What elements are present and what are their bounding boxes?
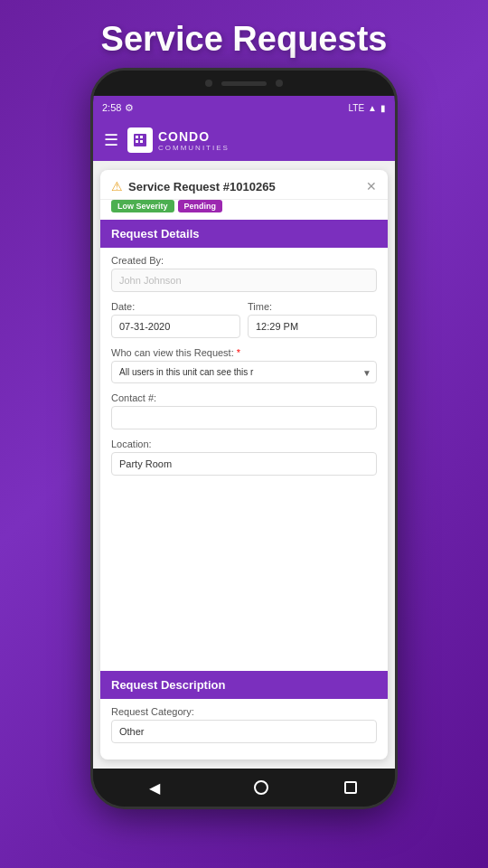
phone-screen: ⚠ Service Request #1010265 ✕ Low Severit… (93, 161, 395, 769)
svg-rect-1 (136, 136, 138, 138)
view-select-wrapper: All users in this unit can see this r On… (111, 361, 377, 383)
modal-title-area: ⚠ Service Request #1010265 (111, 179, 276, 193)
front-camera (205, 80, 212, 87)
home-circle-icon[interactable] (254, 780, 268, 795)
speaker (221, 81, 267, 86)
status-bar: 2:58 ⚙ LTE ▲ ▮ (93, 96, 395, 119)
created-by-label: Created By: (111, 255, 377, 266)
phone-frame: 2:58 ⚙ LTE ▲ ▮ ☰ CONDO COMMUNITI (90, 68, 398, 809)
date-label: Date: (111, 301, 240, 312)
app-name: CONDO (158, 129, 230, 144)
contact-group: Contact #: (111, 392, 377, 429)
contact-input[interactable] (111, 406, 377, 429)
location-label: Location: (111, 439, 377, 449)
view-request-group: Who can view this Request: * All users i… (111, 347, 377, 383)
low-severity-badge: Low Severity (111, 200, 174, 212)
category-label: Request Category: (111, 706, 377, 717)
logo-area: CONDO COMMUNITIES (127, 127, 230, 153)
created-by-group: Created By: (111, 255, 377, 292)
recent-square-icon[interactable] (344, 781, 357, 794)
app-header: ☰ CONDO COMMUNITIES (93, 119, 395, 161)
svg-rect-2 (140, 136, 143, 138)
app-sub: COMMUNITIES (158, 144, 230, 152)
location-input[interactable] (111, 452, 377, 476)
contact-label: Contact #: (111, 392, 377, 403)
phone-notch (93, 71, 395, 96)
back-arrow-icon[interactable]: ◀ (131, 774, 178, 802)
request-description-form: Request Category: (100, 699, 388, 760)
time-label: Time: (248, 301, 377, 312)
request-description-section-header: Request Description (100, 671, 388, 699)
request-details-form: Created By: Date: Time: (100, 248, 388, 667)
page-title-area: Service Requests (101, 0, 388, 68)
svg-rect-4 (140, 140, 143, 143)
modal-header: ⚠ Service Request #1010265 ✕ (100, 170, 388, 200)
front-sensor (276, 80, 283, 87)
request-details-section-header: Request Details (100, 220, 388, 248)
created-by-input[interactable] (111, 269, 377, 292)
category-group: Request Category: (111, 706, 377, 743)
status-time: 2:58 (102, 102, 121, 113)
date-time-row: Date: Time: (111, 301, 377, 347)
category-input[interactable] (111, 720, 377, 743)
warning-icon: ⚠ (111, 179, 123, 193)
signal-icon: ▲ (368, 103, 377, 113)
date-group: Date: (111, 301, 240, 338)
time-group: Time: (248, 301, 377, 338)
modal-title: Service Request #1010265 (128, 180, 276, 193)
building-icon (127, 127, 153, 153)
pending-badge: Pending (178, 200, 223, 212)
date-input[interactable] (111, 315, 240, 338)
view-request-label: Who can view this Request: * (111, 347, 377, 358)
network-type: LTE (348, 103, 364, 113)
svg-rect-3 (136, 140, 138, 143)
time-input[interactable] (248, 315, 377, 338)
bottom-nav: ◀ (93, 769, 395, 807)
hamburger-icon[interactable]: ☰ (104, 130, 118, 150)
view-select[interactable]: All users in this unit can see this r On… (111, 361, 377, 383)
page-title: Service Requests (101, 20, 388, 59)
modal-card: ⚠ Service Request #1010265 ✕ Low Severit… (100, 170, 388, 760)
required-indicator: * (237, 347, 240, 358)
gear-icon: ⚙ (125, 102, 134, 114)
battery-icon: ▮ (380, 103, 386, 113)
close-icon[interactable]: ✕ (366, 179, 377, 193)
location-group: Location: (111, 439, 377, 476)
badge-area: Low Severity Pending (100, 200, 388, 220)
